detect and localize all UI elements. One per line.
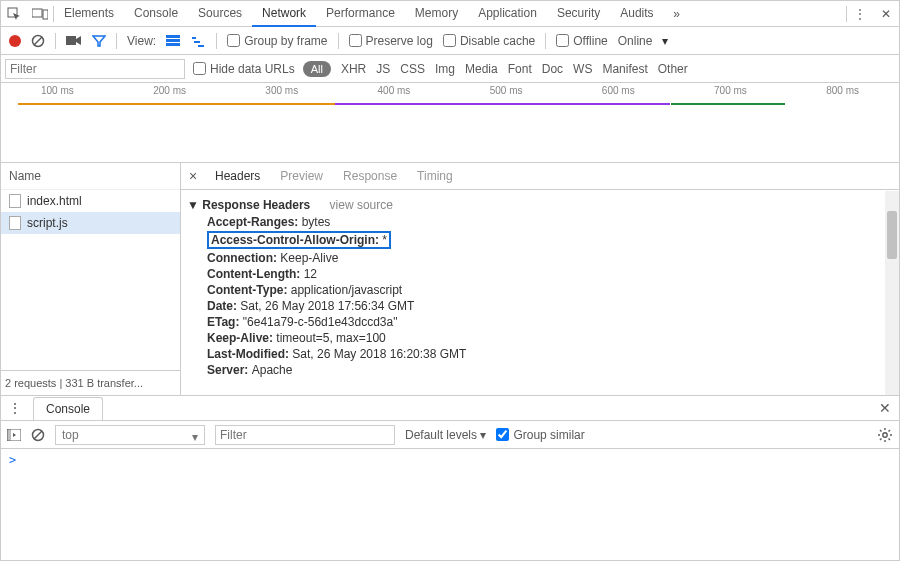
name-column-header[interactable]: Name	[1, 163, 180, 190]
console-filter-input[interactable]	[215, 425, 395, 445]
filter-icon[interactable]	[92, 34, 106, 48]
filter-type-all[interactable]: All	[303, 61, 331, 77]
svg-line-15	[34, 431, 42, 439]
record-button[interactable]	[9, 35, 21, 47]
filter-type-css[interactable]: CSS	[400, 62, 425, 76]
request-name: index.html	[27, 194, 82, 208]
header-line: Last-Modified: Sat, 26 May 2018 16:20:38…	[187, 346, 899, 362]
svg-line-4	[34, 37, 42, 45]
tab-audits[interactable]: Audits	[610, 1, 663, 27]
detail-tab-preview[interactable]: Preview	[270, 163, 333, 189]
svg-rect-11	[198, 45, 204, 47]
request-list: Name index.htmlscript.js 2 requests | 33…	[1, 163, 181, 395]
group-similar-checkbox[interactable]: Group similar	[496, 428, 584, 442]
disable-cache-checkbox[interactable]: Disable cache	[443, 34, 535, 48]
group-by-frame-checkbox[interactable]: Group by frame	[227, 34, 327, 48]
inspect-icon[interactable]	[1, 1, 27, 27]
tick-label: 700 ms	[714, 85, 747, 96]
scrollbar[interactable]	[885, 191, 899, 395]
large-rows-icon[interactable]	[166, 35, 180, 47]
tick-label: 400 ms	[378, 85, 411, 96]
tab-memory[interactable]: Memory	[405, 1, 468, 27]
menu-icon[interactable]: ⋮	[847, 1, 873, 27]
hide-data-urls-checkbox[interactable]: Hide data URLs	[193, 62, 295, 76]
svg-rect-10	[194, 41, 200, 43]
filter-type-manifest[interactable]: Manifest	[602, 62, 647, 76]
offline-checkbox[interactable]: Offline	[556, 34, 607, 48]
detail-tab-timing[interactable]: Timing	[407, 163, 463, 189]
close-detail-button[interactable]: ×	[181, 168, 205, 184]
svg-line-22	[889, 438, 891, 440]
console-prompt: >	[9, 453, 16, 467]
tick-label: 600 ms	[602, 85, 635, 96]
filter-type-ws[interactable]: WS	[573, 62, 592, 76]
svg-line-24	[889, 430, 891, 432]
settings-icon[interactable]	[877, 427, 893, 443]
separator	[338, 33, 339, 49]
filter-type-js[interactable]: JS	[376, 62, 390, 76]
drawer-close-icon[interactable]: ✕	[871, 400, 899, 416]
filter-type-font[interactable]: Font	[508, 62, 532, 76]
request-name: script.js	[27, 216, 68, 230]
console-tab[interactable]: Console	[33, 397, 103, 420]
detail-tabs: × HeadersPreviewResponseTiming	[181, 163, 899, 190]
header-line: Connection: Keep-Alive	[187, 250, 899, 266]
header-line: Content-Length: 12	[187, 266, 899, 282]
tab-console[interactable]: Console	[124, 1, 188, 27]
tab-sources[interactable]: Sources	[188, 1, 252, 27]
svg-point-16	[883, 432, 887, 436]
tick-label: 300 ms	[265, 85, 298, 96]
filter-type-xhr[interactable]: XHR	[341, 62, 366, 76]
timeline-overview[interactable]: 100 ms200 ms300 ms400 ms500 ms600 ms700 …	[1, 83, 899, 163]
clear-console-icon[interactable]	[31, 428, 45, 442]
request-detail: × HeadersPreviewResponseTiming ▼ Respons…	[181, 163, 899, 395]
preserve-log-checkbox[interactable]: Preserve log	[349, 34, 433, 48]
filter-input[interactable]	[5, 59, 185, 79]
separator	[545, 33, 546, 49]
overview-icon[interactable]	[190, 35, 206, 47]
log-levels-dropdown[interactable]: Default levels ▾	[405, 428, 486, 442]
svg-rect-2	[43, 10, 48, 19]
detail-tab-response[interactable]: Response	[333, 163, 407, 189]
tick-label: 500 ms	[490, 85, 523, 96]
tab-elements[interactable]: Elements	[54, 1, 124, 27]
main-panel: Name index.htmlscript.js 2 requests | 33…	[1, 163, 899, 395]
online-label: Online	[618, 34, 653, 48]
throttling-dropdown-icon[interactable]: ▾	[662, 34, 668, 48]
filter-type-media[interactable]: Media	[465, 62, 498, 76]
timeline-bar	[335, 103, 670, 105]
filter-bar: Hide data URLs AllXHRJSCSSImgMediaFontDo…	[1, 55, 899, 83]
more-tabs-icon[interactable]: »	[664, 1, 690, 27]
close-icon[interactable]: ✕	[873, 1, 899, 27]
detail-tab-headers[interactable]: Headers	[205, 163, 270, 189]
device-icon[interactable]	[27, 1, 53, 27]
file-icon	[9, 194, 21, 208]
tab-network[interactable]: Network	[252, 1, 316, 27]
context-selector[interactable]: top▾	[55, 425, 205, 445]
tick-label: 200 ms	[153, 85, 186, 96]
filter-type-doc[interactable]: Doc	[542, 62, 563, 76]
console-body[interactable]: >	[1, 449, 899, 471]
header-line: ETag: "6e41a79-c-56d1e43dccd3a"	[187, 314, 899, 330]
svg-rect-5	[66, 36, 76, 45]
console-toolbar: top▾ Default levels ▾ Group similar	[1, 421, 899, 449]
request-row[interactable]: index.html	[1, 190, 180, 212]
drawer-menu-icon[interactable]: ⋮	[1, 400, 29, 416]
response-headers-section[interactable]: ▼ Response Headers view source	[187, 196, 899, 214]
filter-type-img[interactable]: Img	[435, 62, 455, 76]
view-source-link[interactable]: view source	[330, 198, 393, 212]
filter-type-other[interactable]: Other	[658, 62, 688, 76]
tab-performance[interactable]: Performance	[316, 1, 405, 27]
timeline-bar	[671, 103, 786, 105]
header-line: Content-Type: application/javascript	[187, 282, 899, 298]
tab-application[interactable]: Application	[468, 1, 547, 27]
separator	[116, 33, 117, 49]
header-line: Keep-Alive: timeout=5, max=100	[187, 330, 899, 346]
clear-icon[interactable]	[31, 34, 45, 48]
console-sidebar-icon[interactable]	[7, 429, 21, 441]
request-row[interactable]: script.js	[1, 212, 180, 234]
header-line: Accept-Ranges: bytes	[187, 214, 899, 230]
camera-icon[interactable]	[66, 35, 82, 47]
header-line: Access-Control-Allow-Origin: *	[187, 230, 899, 250]
tab-security[interactable]: Security	[547, 1, 610, 27]
